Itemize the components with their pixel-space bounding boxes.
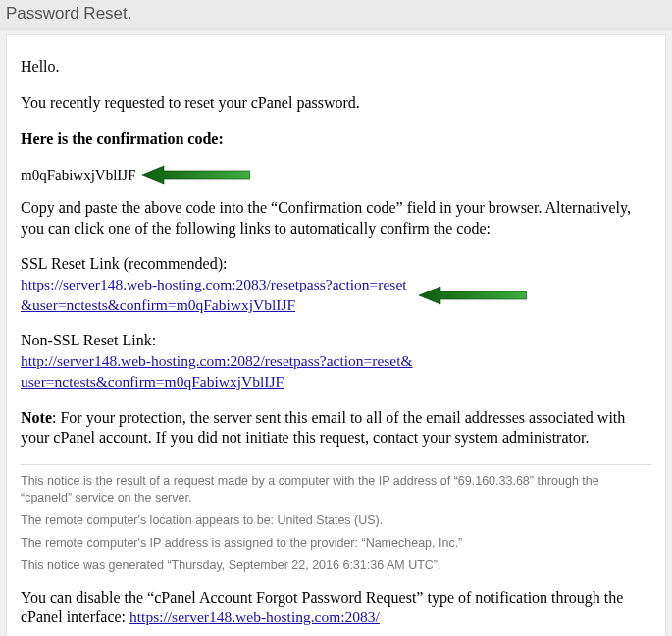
instructions: Copy and paste the above code into the “… — [21, 198, 651, 239]
protection-note: Note: For your protection, the server se… — [21, 408, 651, 450]
nonssl-link-label: Non-SSL Reset Link: — [21, 332, 651, 349]
ssl-reset-link[interactable]: https://server148.web-hosting.com:2083/r… — [21, 275, 413, 316]
notice-location: The remote computer's location appears t… — [21, 512, 651, 529]
email-body: Hello. You recently requested to reset y… — [6, 34, 666, 636]
note-body: : For your protection, the server sent t… — [21, 409, 625, 447]
svg-marker-1 — [419, 287, 527, 304]
code-heading: Here is the confirmation code: — [21, 130, 651, 150]
page-title: Password Reset. — [0, 0, 672, 30]
arrow-left-icon — [419, 286, 527, 305]
arrow-left-icon — [142, 165, 250, 185]
ssl-link-label: SSL Reset Link (recommended): — [21, 255, 651, 273]
notice-timestamp: This notice was generated “Thursday, Sep… — [21, 557, 651, 574]
divider — [21, 464, 651, 465]
intro-text: You recently requested to reset your cPa… — [21, 93, 651, 114]
notice-ip: This notice is the result of a request m… — [21, 473, 651, 506]
confirmation-code-row: m0qFabiwxjVblIJF — [21, 165, 651, 185]
note-prefix: Note — [21, 409, 52, 426]
notice-provider: The remote computer's IP address is assi… — [21, 535, 651, 552]
svg-marker-0 — [142, 166, 250, 184]
nonssl-reset-link[interactable]: http://server148.web-hosting.com:2082/re… — [21, 351, 413, 393]
confirmation-code: m0qFabiwxjVblIJF — [21, 167, 136, 184]
cpanel-interface-link[interactable]: https://server148.web-hosting.com:2083/ — [129, 609, 380, 625]
greeting: Hello. — [21, 57, 651, 78]
disable-text: You can disable the “cPanel Account Forg… — [21, 588, 651, 629]
